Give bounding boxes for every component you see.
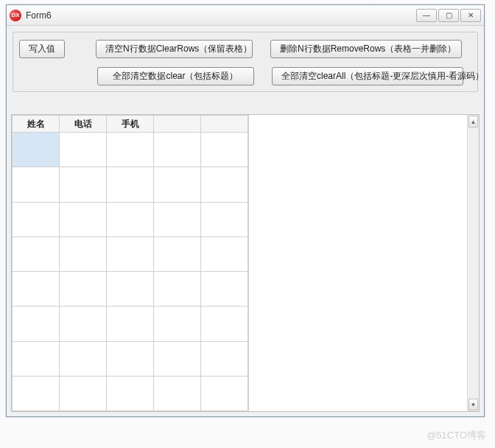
grid-cell[interactable] xyxy=(107,167,154,202)
grid-cell[interactable] xyxy=(201,133,248,167)
minimize-button[interactable]: — xyxy=(416,9,437,22)
grid-cell[interactable] xyxy=(60,202,107,237)
grid-cell[interactable] xyxy=(107,237,154,271)
window-controls: — ▢ ✕ xyxy=(416,9,481,22)
grid-header[interactable]: 电话 xyxy=(60,116,107,133)
grid-cell[interactable] xyxy=(154,202,201,237)
grid-cell[interactable] xyxy=(60,237,107,271)
grid-cell[interactable] xyxy=(60,341,107,376)
toolbar-row-2: 全部清空数据clear（包括标题） 全部清空clearAll（包括标题-更深层次… xyxy=(19,67,471,85)
grid-cell[interactable] xyxy=(107,307,154,341)
table-row xyxy=(13,272,248,307)
grid-cell[interactable] xyxy=(201,167,248,202)
grid-container: 姓名 电话 手机 ▲ ▼ xyxy=(11,114,480,412)
grid-cell[interactable] xyxy=(13,376,60,410)
table-row xyxy=(13,133,248,167)
grid-cell[interactable] xyxy=(201,376,248,410)
table-row xyxy=(13,376,248,410)
scroll-down-icon[interactable]: ▼ xyxy=(468,399,478,410)
clear-rows-button[interactable]: 清空N行数据ClearRows（保留表格） xyxy=(96,40,253,58)
grid-cell[interactable] xyxy=(154,376,201,410)
grid-cell[interactable] xyxy=(107,341,154,376)
scroll-track[interactable] xyxy=(468,128,479,398)
grid-cell[interactable] xyxy=(13,272,60,307)
window-title: Form6 xyxy=(26,10,416,21)
data-grid[interactable]: 姓名 电话 手机 xyxy=(12,115,248,411)
grid-header[interactable]: 姓名 xyxy=(13,116,60,133)
grid-cell[interactable] xyxy=(154,237,201,271)
watermark-text: @51CTO博客 xyxy=(426,429,486,442)
form-window: DX Form6 — ▢ ✕ 写入值 清空N行数据ClearRows（保留表格）… xyxy=(6,4,485,417)
grid-cell[interactable] xyxy=(60,167,107,202)
grid-cell[interactable] xyxy=(107,202,154,237)
grid-cell[interactable] xyxy=(13,307,60,341)
grid-cell[interactable] xyxy=(107,272,154,307)
grid-cell[interactable] xyxy=(60,272,107,307)
grid-cell[interactable] xyxy=(201,307,248,341)
grid-cell[interactable] xyxy=(13,167,60,202)
table-row xyxy=(13,202,248,237)
grid-cell[interactable] xyxy=(13,341,60,376)
table-row xyxy=(13,167,248,202)
grid-cell[interactable] xyxy=(201,202,248,237)
grid-cell[interactable] xyxy=(13,202,60,237)
grid-header[interactable] xyxy=(201,116,248,133)
grid-header[interactable] xyxy=(154,116,201,133)
grid-header[interactable]: 手机 xyxy=(107,116,154,133)
grid-cell[interactable] xyxy=(60,307,107,341)
close-button[interactable]: ✕ xyxy=(460,9,481,22)
grid-cell[interactable] xyxy=(154,272,201,307)
grid-cell[interactable] xyxy=(107,133,154,167)
titlebar: DX Form6 — ▢ ✕ xyxy=(7,5,484,26)
maximize-button[interactable]: ▢ xyxy=(438,9,459,22)
grid-cell[interactable] xyxy=(154,133,201,167)
table-row xyxy=(13,341,248,376)
grid-cell[interactable] xyxy=(60,133,107,167)
grid-cell[interactable] xyxy=(201,272,248,307)
grid-cell[interactable] xyxy=(154,341,201,376)
grid-empty-area xyxy=(248,115,467,411)
grid-cell[interactable] xyxy=(13,237,60,271)
scroll-up-icon[interactable]: ▲ xyxy=(468,116,478,127)
clear-all-button[interactable]: 全部清空clearAll（包括标题-更深层次慎用-看源码） xyxy=(272,67,463,85)
grid-cell[interactable] xyxy=(201,341,248,376)
remove-rows-button[interactable]: 删除N行数据RemoveRows（表格一并删除） xyxy=(270,40,462,58)
clear-all-data-button[interactable]: 全部清空数据clear（包括标题） xyxy=(97,67,254,85)
app-icon: DX xyxy=(10,10,21,21)
grid-cell[interactable] xyxy=(13,133,60,167)
grid-cell[interactable] xyxy=(201,237,248,271)
vertical-scrollbar[interactable]: ▲ ▼ xyxy=(467,115,479,411)
table-row xyxy=(13,237,248,271)
grid-header-row: 姓名 电话 手机 xyxy=(13,116,248,133)
toolbar-panel: 写入值 清空N行数据ClearRows（保留表格） 删除N行数据RemoveRo… xyxy=(13,32,478,92)
grid-cell[interactable] xyxy=(107,376,154,410)
grid-cell[interactable] xyxy=(154,307,201,341)
table-row xyxy=(13,307,248,341)
grid-cell[interactable] xyxy=(154,167,201,202)
toolbar-row-1: 写入值 清空N行数据ClearRows（保留表格） 删除N行数据RemoveRo… xyxy=(19,40,471,58)
grid-cell[interactable] xyxy=(60,376,107,410)
write-value-button[interactable]: 写入值 xyxy=(19,40,65,58)
